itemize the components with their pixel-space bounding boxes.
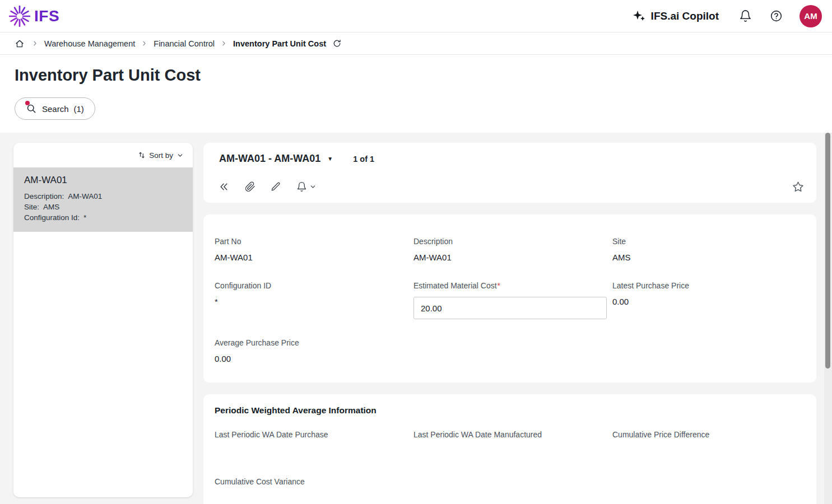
list-item[interactable]: AM-WA01 Description: AM-WA01 Site: AMS C… — [13, 167, 193, 232]
copilot-sparkle-icon — [632, 10, 645, 23]
chevron-right-icon — [220, 39, 228, 48]
notify-menu-button[interactable] — [293, 178, 320, 195]
required-asterisk: * — [498, 281, 500, 290]
list-item-site-value: AMS — [43, 203, 59, 211]
chevron-right-icon — [31, 39, 39, 48]
field-value: 0.00 — [612, 297, 805, 306]
breadcrumb-item-current: Inventory Part Unit Cost — [233, 39, 326, 48]
field-label: Last Periodic WA Date Purchase — [215, 430, 413, 439]
field-label: Part No — [215, 237, 413, 246]
title-section: Inventory Part Unit Cost Search (1) — [0, 55, 832, 133]
list-item-title: AM-WA01 — [24, 175, 182, 186]
search-label: Search — [42, 104, 69, 114]
field-label: Configuration ID — [215, 281, 413, 290]
chevron-right-icon — [140, 39, 148, 48]
ifs-logo-icon — [8, 4, 31, 28]
field-label: Description — [413, 237, 612, 246]
detail-card: Part No AM-WA01 Description AM-WA01 Site… — [203, 214, 816, 382]
help-button[interactable] — [769, 8, 784, 24]
edit-button[interactable] — [267, 178, 285, 195]
avatar-initials: AM — [804, 11, 817, 21]
scrollbar-thumb[interactable] — [825, 133, 830, 368]
field-value: * — [215, 297, 413, 306]
avatar[interactable]: AM — [800, 5, 822, 27]
field-label: Cumulative Price Difference — [612, 430, 805, 439]
sort-by-button[interactable]: Sort by — [134, 151, 187, 160]
field-value: AMS — [612, 253, 805, 262]
ifs-logo[interactable]: IFS — [8, 4, 59, 28]
list-item-configuration-value: * — [83, 213, 86, 222]
help-icon — [770, 10, 783, 22]
search-notification-dot — [25, 101, 30, 105]
double-chevron-left-icon — [218, 181, 230, 193]
breadcrumb: Warehouse Management Financial Control I… — [0, 32, 832, 55]
copilot-label: IFS.ai Copilot — [651, 10, 719, 22]
bell-icon — [739, 10, 752, 22]
estimated-material-cost-input[interactable] — [413, 297, 607, 319]
field-value: AM-WA01 — [413, 253, 612, 262]
field-label: Latest Purchase Price — [612, 281, 805, 290]
record-title: AM-WA01 - AM-WA01 — [219, 153, 320, 165]
logo-text: IFS — [34, 7, 59, 25]
pwa-card: Periodic Weighted Average Information La… — [203, 394, 816, 504]
bell-icon — [296, 181, 307, 192]
scrollbar[interactable] — [824, 133, 832, 504]
list-item-configuration-label: Configuration Id: — [24, 213, 80, 222]
field-label: Estimated Material Cost* — [413, 281, 612, 290]
pencil-icon — [271, 181, 281, 192]
field-last-periodic-wa-date-manufactured: Last Periodic WA Date Manufactured — [413, 430, 612, 446]
chevron-down-icon — [309, 183, 317, 190]
record-toolbar — [203, 172, 816, 203]
field-average-purchase-price: Average Purchase Price 0.00 — [215, 338, 413, 363]
list-panel: Sort by AM-WA01 Description: AM-WA01 Sit… — [13, 143, 193, 497]
home-icon[interactable] — [13, 38, 26, 50]
field-cumulative-price-difference: Cumulative Price Difference — [612, 430, 805, 446]
record-area: AM-WA01 - AM-WA01 ▼ 1 of 1 — [203, 143, 816, 504]
field-value: AM-WA01 — [215, 253, 413, 262]
list-item-description-label: Description: — [24, 192, 64, 200]
topbar-actions: IFS.ai Copilot AM — [629, 5, 822, 27]
search-button[interactable]: Search (1) — [15, 97, 95, 120]
field-last-periodic-wa-date-purchase: Last Periodic WA Date Purchase — [215, 430, 413, 446]
field-estimated-material-cost: Estimated Material Cost* — [413, 281, 612, 319]
field-site: Site AMS — [612, 237, 805, 262]
top-bar: IFS IFS.ai Copilot AM — [0, 0, 832, 32]
notifications-button[interactable] — [738, 8, 753, 24]
field-part-no: Part No AM-WA01 — [215, 237, 413, 262]
sort-icon — [138, 151, 146, 159]
chevron-down-icon — [176, 152, 184, 159]
field-label: Site — [612, 237, 805, 246]
search-count: (1) — [74, 104, 84, 114]
sort-by-label: Sort by — [149, 151, 173, 160]
caret-down-icon: ▼ — [327, 156, 333, 162]
copilot-button[interactable]: IFS.ai Copilot — [629, 9, 722, 24]
attachment-button[interactable] — [241, 178, 259, 195]
field-value: 0.00 — [215, 354, 413, 363]
record-selector[interactable]: AM-WA01 - AM-WA01 ▼ — [216, 152, 336, 165]
star-icon — [792, 181, 804, 193]
field-configuration-id: Configuration ID * — [215, 281, 413, 319]
breadcrumb-item-financial-control[interactable]: Financial Control — [154, 39, 215, 48]
field-label: Last Periodic WA Date Manufactured — [413, 430, 612, 439]
field-description: Description AM-WA01 — [413, 237, 612, 262]
paperclip-icon — [245, 181, 255, 192]
search-icon — [26, 103, 37, 114]
record-pagination: 1 of 1 — [353, 155, 374, 164]
field-label: Cumulative Cost Variance — [215, 477, 413, 486]
field-label: Average Purchase Price — [215, 338, 413, 347]
breadcrumb-item-warehouse-management[interactable]: Warehouse Management — [44, 39, 135, 48]
collapse-panel-button[interactable] — [215, 178, 233, 195]
refresh-icon[interactable] — [331, 38, 343, 49]
field-latest-purchase-price: Latest Purchase Price 0.00 — [612, 281, 805, 319]
field-cumulative-cost-variance: Cumulative Cost Variance — [215, 477, 413, 493]
record-header-card: AM-WA01 - AM-WA01 ▼ 1 of 1 — [203, 143, 816, 203]
list-item-site-label: Site: — [24, 203, 39, 211]
section-title: Periodic Weighted Average Information — [215, 405, 805, 416]
content-area: Sort by AM-WA01 Description: AM-WA01 Sit… — [0, 133, 832, 504]
page-title: Inventory Part Unit Cost — [15, 66, 817, 85]
sort-row: Sort by — [13, 143, 193, 167]
list-item-description-value: AM-WA01 — [68, 192, 102, 200]
favorite-button[interactable] — [789, 178, 807, 195]
